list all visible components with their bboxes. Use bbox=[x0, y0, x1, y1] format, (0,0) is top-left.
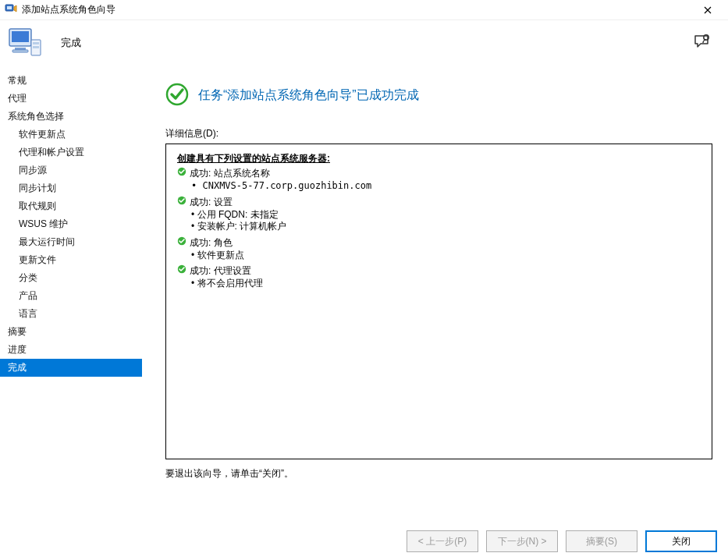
sidebar-item-label: 代理 bbox=[8, 93, 27, 104]
sidebar-item-label: 摘要 bbox=[8, 326, 27, 337]
sidebar-item[interactable]: 更新文件 bbox=[0, 251, 142, 269]
main-row: 常规代理系统角色选择软件更新点代理和帐户设置同步源同步计划取代规则WSUS 维护… bbox=[0, 66, 728, 518]
titlebar: 添加站点系统角色向导 bbox=[0, 0, 728, 20]
wizard-button-row: < 上一步(P) 下一步(N) > 摘要(S) 关闭 bbox=[407, 530, 717, 552]
checkmark-icon bbox=[165, 83, 189, 108]
sidebar-item[interactable]: 软件更新点 bbox=[0, 126, 142, 144]
sidebar-item[interactable]: 系统角色选择 bbox=[0, 108, 142, 126]
result-title: 成功: 角色 bbox=[190, 236, 233, 250]
sidebar-item-label: 完成 bbox=[8, 362, 27, 373]
success-banner: 任务“添加站点系统角色向导”已成功完成 bbox=[165, 83, 712, 108]
sidebar-item[interactable]: 分类 bbox=[0, 269, 142, 287]
sidebar-item-label: 最大运行时间 bbox=[19, 236, 75, 247]
result-subline: • CNXMVS-5-77.corp.guozhibin.com bbox=[191, 180, 701, 193]
result-subline: • 安装帐户: 计算机帐户 bbox=[191, 221, 701, 233]
sidebar-item-label: 进度 bbox=[8, 344, 27, 355]
sidebar-item[interactable]: 代理 bbox=[0, 90, 142, 108]
result-title-line: 成功: 代理设置 bbox=[177, 264, 701, 278]
sidebar-item-label: 常规 bbox=[8, 75, 27, 86]
window-close-button[interactable] bbox=[692, 1, 723, 19]
page-title: 完成 bbox=[61, 36, 81, 50]
detail-label: 详细信息(D): bbox=[165, 127, 712, 140]
sidebar-item-label: 语言 bbox=[19, 308, 37, 319]
detail-heading: 创建具有下列设置的站点系统服务器: bbox=[177, 152, 701, 165]
check-icon bbox=[177, 236, 186, 246]
result-title-line: 成功: 角色 bbox=[177, 236, 701, 250]
sidebar-item-label: 同步计划 bbox=[19, 183, 56, 193]
sidebar-item-label: 产品 bbox=[19, 290, 37, 301]
check-icon bbox=[177, 167, 186, 176]
sidebar-item[interactable]: 最大运行时间 bbox=[0, 233, 142, 251]
header-strip: 完成 bbox=[0, 20, 728, 66]
sidebar-item[interactable]: 同步计划 bbox=[0, 179, 142, 197]
svg-rect-3 bbox=[12, 31, 29, 42]
sidebar-item-label: 更新文件 bbox=[19, 254, 56, 265]
result-title: 成功: 代理设置 bbox=[190, 264, 251, 278]
sidebar-item[interactable]: 同步源 bbox=[0, 161, 142, 179]
sidebar-item[interactable]: 产品 bbox=[0, 287, 142, 305]
svg-rect-7 bbox=[33, 42, 39, 44]
result-subline: • 公用 FQDN: 未指定 bbox=[191, 209, 701, 222]
svg-rect-5 bbox=[12, 50, 28, 52]
result-block: 成功: 设置• 公用 FQDN: 未指定• 安装帐户: 计算机帐户 bbox=[177, 196, 701, 233]
result-block: 成功: 站点系统名称• CNXMVS-5-77.corp.guozhibin.c… bbox=[177, 167, 701, 193]
app-icon bbox=[5, 2, 17, 17]
sidebar-item[interactable]: 进度 bbox=[0, 341, 142, 359]
result-title-line: 成功: 站点系统名称 bbox=[177, 167, 701, 180]
detail-box[interactable]: 创建具有下列设置的站点系统服务器: 成功: 站点系统名称• CNXMVS-5-7… bbox=[165, 144, 712, 459]
result-title: 成功: 站点系统名称 bbox=[190, 167, 270, 180]
sidebar-item-label: 分类 bbox=[19, 272, 37, 283]
sidebar-item[interactable]: 完成 bbox=[0, 359, 142, 377]
sidebar-item[interactable]: 摘要 bbox=[0, 323, 142, 341]
sidebar-item[interactable]: 代理和帐户设置 bbox=[0, 144, 142, 161]
sidebar-item-label: 系统角色选择 bbox=[8, 111, 64, 122]
summary-button: 摘要(S) bbox=[566, 530, 637, 552]
sidebar-item-label: 取代规则 bbox=[19, 200, 56, 211]
sidebar-item[interactable]: 常规 bbox=[0, 72, 142, 90]
svg-rect-8 bbox=[33, 46, 39, 48]
window-title: 添加站点系统角色向导 bbox=[22, 3, 115, 16]
result-subline: • 将不会启用代理 bbox=[191, 278, 701, 290]
exit-hint: 要退出该向导，请单击“关闭”。 bbox=[165, 467, 712, 480]
wizard-content: 任务“添加站点系统角色向导”已成功完成 详细信息(D): 创建具有下列设置的站点… bbox=[142, 66, 728, 518]
next-button: 下一步(N) > bbox=[486, 530, 558, 552]
result-block: 成功: 代理设置• 将不会启用代理 bbox=[177, 264, 701, 290]
check-icon bbox=[177, 196, 186, 205]
result-title: 成功: 设置 bbox=[190, 196, 233, 209]
close-button[interactable]: 关闭 bbox=[645, 530, 717, 552]
sidebar-item[interactable]: WSUS 维护 bbox=[0, 215, 142, 233]
result-title-line: 成功: 设置 bbox=[177, 196, 701, 209]
sidebar-item-label: 同步源 bbox=[19, 165, 47, 175]
result-block: 成功: 角色• 软件更新点 bbox=[177, 236, 701, 262]
sidebar-item-label: 代理和帐户设置 bbox=[19, 147, 84, 158]
sidebar-item[interactable]: 语言 bbox=[0, 305, 142, 323]
computer-icon bbox=[8, 26, 44, 61]
feedback-icon[interactable] bbox=[694, 34, 711, 52]
close-icon bbox=[704, 6, 712, 14]
wizard-sidebar: 常规代理系统角色选择软件更新点代理和帐户设置同步源同步计划取代规则WSUS 维护… bbox=[0, 66, 142, 518]
sidebar-item[interactable]: 取代规则 bbox=[0, 197, 142, 215]
svg-rect-1 bbox=[7, 6, 12, 9]
sidebar-item-label: WSUS 维护 bbox=[19, 218, 68, 229]
success-banner-text: 任务“添加站点系统角色向导”已成功完成 bbox=[198, 87, 419, 104]
check-icon bbox=[177, 264, 186, 274]
prev-button: < 上一步(P) bbox=[407, 530, 478, 552]
result-subline: • 软件更新点 bbox=[191, 250, 701, 262]
sidebar-item-label: 软件更新点 bbox=[19, 129, 66, 140]
